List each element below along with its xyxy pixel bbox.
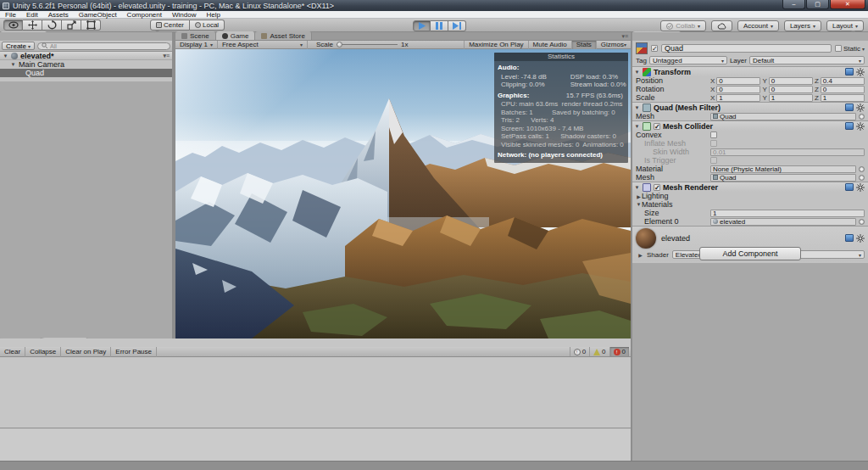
hierarchy-search-input[interactable]: All bbox=[37, 42, 170, 50]
rect-tool-button[interactable] bbox=[81, 20, 101, 31]
position-y-field[interactable]: 0 bbox=[769, 77, 813, 85]
menu-gameobject[interactable]: GameObject bbox=[74, 11, 122, 19]
info-filter-toggle[interactable]: ! 0 bbox=[570, 347, 589, 356]
error-pause-button[interactable]: Error Pause bbox=[111, 347, 157, 357]
maximize-on-play-button[interactable]: Maximize On Play bbox=[464, 41, 527, 49]
help-book-icon[interactable] bbox=[845, 122, 854, 130]
object-picker-icon[interactable] bbox=[859, 219, 865, 225]
scale-tool-button[interactable] bbox=[62, 20, 81, 31]
scale-slider[interactable] bbox=[337, 44, 398, 45]
layer-dropdown[interactable]: Default▾ bbox=[749, 56, 865, 64]
rotation-y-field[interactable]: 0 bbox=[769, 86, 813, 93]
help-book-icon[interactable] bbox=[845, 183, 854, 191]
object-picker-icon[interactable] bbox=[859, 166, 865, 172]
mesh-collider-foldout-icon[interactable]: ▼ bbox=[634, 124, 640, 129]
mesh-filter-header[interactable]: ▼ Quad (Mesh Filter) bbox=[632, 102, 868, 112]
active-checkbox[interactable]: ✓ bbox=[651, 45, 658, 52]
scene-row[interactable]: ▼ elevated* ▾≡ bbox=[0, 52, 172, 60]
collab-dropdown[interactable]: Collab▾ bbox=[660, 20, 706, 31]
lighting-foldout-row[interactable]: ▶ Lighting bbox=[632, 192, 868, 200]
game-viewport[interactable]: Statistics Audio: Level: -74.8 dBDSP loa… bbox=[175, 49, 631, 339]
console-detail-area[interactable] bbox=[0, 429, 631, 461]
mesh-renderer-header[interactable]: ▼ ✓ Mesh Renderer bbox=[632, 182, 868, 192]
create-button[interactable]: Create ▾ bbox=[2, 42, 35, 50]
mesh-filter-foldout-icon[interactable]: ▼ bbox=[634, 105, 640, 110]
object-picker-icon[interactable] bbox=[859, 175, 865, 181]
position-z-field[interactable]: 0.4 bbox=[821, 77, 865, 85]
add-component-button[interactable]: Add Component bbox=[699, 247, 800, 260]
move-tool-button[interactable] bbox=[23, 20, 42, 31]
step-button[interactable] bbox=[448, 20, 466, 31]
help-book-icon[interactable] bbox=[845, 234, 854, 242]
mute-audio-button[interactable]: Mute Audio bbox=[528, 41, 571, 49]
menu-edit[interactable]: Edit bbox=[21, 11, 43, 19]
pivot-center-button[interactable]: Center bbox=[150, 20, 190, 31]
rotate-tool-button[interactable] bbox=[42, 20, 62, 31]
transform-foldout-icon[interactable]: ▼ bbox=[634, 70, 640, 75]
pivot-local-button[interactable]: Local bbox=[190, 20, 225, 31]
help-book-icon[interactable] bbox=[845, 104, 854, 111]
static-caret-icon[interactable]: ▾ bbox=[862, 46, 865, 52]
gear-icon[interactable] bbox=[856, 68, 865, 76]
position-x-field[interactable]: 0 bbox=[716, 77, 760, 85]
scene-foldout-icon[interactable]: ▼ bbox=[3, 53, 8, 59]
cloud-button[interactable] bbox=[711, 20, 732, 31]
clear-on-play-button[interactable]: Clear on Play bbox=[61, 347, 111, 357]
scale-slider-knob[interactable] bbox=[337, 42, 342, 48]
tag-dropdown[interactable]: Untagged▾ bbox=[649, 56, 727, 64]
mesh-collider-enabled-checkbox[interactable]: ✓ bbox=[654, 123, 660, 130]
materials-foldout-icon[interactable]: ▼ bbox=[636, 202, 642, 207]
materials-size-field[interactable]: 1 bbox=[710, 210, 865, 217]
rotation-z-field[interactable]: 0 bbox=[821, 86, 865, 93]
gear-icon[interactable] bbox=[856, 183, 865, 192]
mesh-renderer-enabled-checkbox[interactable]: ✓ bbox=[654, 184, 660, 191]
collider-mesh-field[interactable]: Quad bbox=[710, 174, 856, 182]
help-book-icon[interactable] bbox=[845, 68, 854, 76]
menu-window[interactable]: Window bbox=[167, 11, 201, 19]
gear-icon[interactable] bbox=[856, 104, 865, 112]
stats-button[interactable]: Stats bbox=[571, 41, 596, 49]
scale-y-field[interactable]: 1 bbox=[769, 94, 813, 102]
gizmos-dropdown[interactable]: Gizmos▾ bbox=[596, 41, 631, 49]
error-filter-toggle[interactable]: ! 0 bbox=[609, 347, 629, 356]
static-checkbox[interactable] bbox=[835, 45, 842, 52]
mesh-object-field[interactable]: Quad bbox=[710, 113, 856, 120]
mesh-renderer-foldout-icon[interactable]: ▼ bbox=[634, 185, 640, 190]
gameobject-name-field[interactable]: Quad bbox=[661, 44, 832, 53]
scale-z-field[interactable]: 1 bbox=[821, 94, 865, 102]
layers-dropdown[interactable]: Layers▾ bbox=[784, 20, 821, 31]
main-camera-foldout-icon[interactable]: ▼ bbox=[10, 62, 16, 67]
minimize-button[interactable]: – bbox=[782, 0, 805, 9]
menu-file[interactable]: File bbox=[0, 11, 21, 19]
maximize-button[interactable]: ▢ bbox=[806, 0, 829, 9]
lighting-foldout-icon[interactable]: ▶ bbox=[636, 193, 642, 199]
physic-material-field[interactable]: None (Physic Material) bbox=[710, 165, 856, 173]
pause-button[interactable] bbox=[431, 20, 448, 31]
mesh-collider-header[interactable]: ▼ ✓ Mesh Collider bbox=[632, 120, 868, 131]
clear-button[interactable]: Clear bbox=[0, 347, 25, 357]
hand-tool-button[interactable] bbox=[3, 20, 23, 31]
console-log-area[interactable] bbox=[0, 357, 631, 428]
gear-icon[interactable] bbox=[856, 122, 865, 131]
scale-x-field[interactable]: 1 bbox=[716, 94, 760, 102]
hierarchy-item-quad[interactable]: Quad bbox=[0, 69, 172, 77]
aspect-dropdown[interactable]: Free Aspect▾ bbox=[218, 41, 308, 49]
gear-icon[interactable] bbox=[856, 234, 865, 243]
play-button[interactable] bbox=[413, 20, 431, 31]
display-dropdown[interactable]: Display 1▾ bbox=[175, 41, 218, 49]
element0-field[interactable]: elevated bbox=[710, 218, 856, 226]
warning-filter-toggle[interactable]: 0 bbox=[589, 347, 609, 356]
transform-header[interactable]: ▼ Transform bbox=[632, 66, 868, 76]
convex-checkbox[interactable] bbox=[710, 131, 717, 138]
scene-menu-icon[interactable]: ▾≡ bbox=[163, 53, 172, 59]
layout-dropdown[interactable]: Layout▾ bbox=[826, 20, 864, 31]
object-picker-icon[interactable] bbox=[859, 114, 865, 120]
account-dropdown[interactable]: Account▾ bbox=[737, 20, 779, 31]
close-button[interactable]: ✕ bbox=[830, 0, 865, 9]
rotation-x-field[interactable]: 0 bbox=[716, 86, 760, 93]
menu-assets[interactable]: Assets bbox=[43, 11, 74, 19]
menu-component[interactable]: Component bbox=[122, 11, 167, 19]
menu-help[interactable]: Help bbox=[201, 11, 225, 19]
inspector-splitter[interactable] bbox=[631, 32, 632, 461]
materials-foldout-row[interactable]: ▼ Materials bbox=[632, 200, 868, 209]
